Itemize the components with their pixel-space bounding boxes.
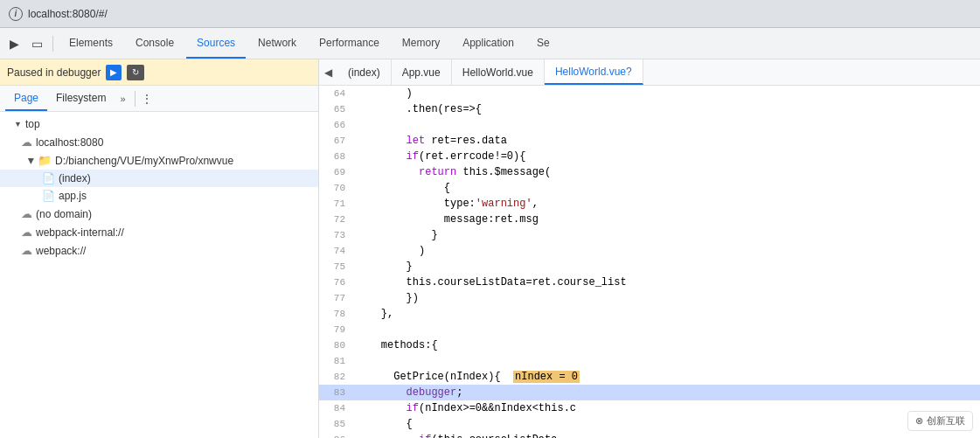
code-line-82: 82 GetPrice(nIndex){ nIndex = 0 — [319, 369, 980, 385]
toolbar-separator — [52, 36, 53, 52]
code-line-67: 67 let ret=res.data — [319, 133, 980, 149]
resume-button[interactable]: ▶ — [106, 65, 122, 80]
tree-item-label: localhost:8080 — [36, 136, 103, 149]
code-line-72: 72 message:ret.msg — [319, 212, 980, 227]
watermark-text: 创新互联 — [927, 414, 965, 428]
tree-item-index[interactable]: 📄 (index) — [0, 170, 318, 187]
tab-application[interactable]: Application — [452, 28, 525, 59]
tree-item-label: app.js — [59, 190, 87, 202]
code-line-85: 85 { — [319, 416, 980, 432]
code-line-64: 64 ) — [319, 86, 980, 101]
code-line-81: 81 — [319, 353, 980, 369]
tree-item-label: (index) — [59, 172, 91, 184]
sub-tab-filesystem[interactable]: Filesystem — [47, 86, 115, 111]
tree-item-label: (no domain) — [36, 208, 92, 220]
tree-item-nodomain[interactable]: ☁ (no domain) — [0, 205, 318, 223]
watermark: ⊗ 创新互联 — [907, 411, 973, 431]
code-line-80: 80 methods:{ — [319, 337, 980, 353]
code-line-79: 79 — [319, 322, 980, 337]
code-line-76: 76 this.courseListData=ret.course_list — [319, 275, 980, 290]
code-editor-area: ◀ (index) App.vue HelloWorld.vue HelloWo… — [319, 59, 980, 438]
sub-tab-menu-icon[interactable]: ⋮ — [139, 91, 155, 107]
tree-item-label: webpack-internal:// — [36, 226, 124, 239]
tab-performance[interactable]: Performance — [309, 28, 390, 59]
tree-item-top[interactable]: ▼ top — [0, 115, 318, 133]
tree-item-label: webpack:// — [36, 245, 86, 257]
tree-item-folder[interactable]: ▶ 📁 D:/biancheng/VUE/myXnwPro/xnwvue — [0, 151, 318, 170]
tree-item-webpack-internal[interactable]: ☁ webpack-internal:// — [0, 223, 318, 241]
file-tab-helloworld[interactable]: HelloWorld.vue — [452, 59, 545, 85]
tree-item-localhost[interactable]: ☁ localhost:8080 — [0, 133, 318, 151]
url-text: localhost:8080/#/ — [28, 8, 108, 20]
tree-item-appjs[interactable]: 📄 app.js — [0, 187, 318, 205]
file-tab-appvue[interactable]: App.vue — [392, 59, 452, 85]
tab-elements[interactable]: Elements — [59, 28, 123, 59]
devtools-panel: ▶ ▭ Elements Console Sources Network Per… — [0, 28, 980, 438]
tab-security[interactable]: Se — [526, 28, 560, 59]
code-line-65: 65 .then(res=>{ — [319, 101, 980, 117]
sub-tab-more-icon[interactable]: » — [115, 92, 130, 106]
file-icon: 📄 — [42, 172, 55, 184]
code-line-86: 86 if(this.courseListData. — [319, 432, 980, 438]
url-info: i localhost:8080/#/ — [9, 7, 108, 21]
code-line-69: 69 return this.$message( — [319, 164, 980, 180]
folder-icon: 📁 — [38, 154, 52, 167]
code-line-75: 75 } — [319, 259, 980, 275]
inspect-icon[interactable]: ▶ — [3, 33, 24, 54]
code-view[interactable]: 64 ) 65 .then(res=>{ 66 67 let ret=res.d… — [319, 86, 980, 438]
code-line-68: 68 if(ret.errcode!=0){ — [319, 149, 980, 164]
sub-tab-separator — [135, 91, 136, 107]
tab-network[interactable]: Network — [247, 28, 307, 59]
tab-memory[interactable]: Memory — [392, 28, 450, 59]
devtools-main: Paused in debugger ▶ ↻ Page Filesystem »… — [0, 59, 980, 438]
code-line-73: 73 } — [319, 227, 980, 243]
tree-item-label: top — [25, 118, 40, 130]
sub-tabs-container: Page Filesystem » — [0, 86, 131, 111]
code-line-70: 70 { — [319, 180, 980, 196]
paused-label: Paused in debugger — [7, 66, 101, 79]
info-icon: i — [9, 7, 23, 21]
tree-item-webpack[interactable]: ☁ webpack:// — [0, 241, 318, 260]
code-line-71: 71 type:'warning', — [319, 196, 980, 212]
devtools-tab-bar: ▶ ▭ Elements Console Sources Network Per… — [0, 28, 980, 59]
code-line-78: 78 }, — [319, 306, 980, 322]
code-line-66: 66 — [319, 117, 980, 133]
code-line-84: 84 if(nIndex>=0&&nIndex<this.c — [319, 400, 980, 416]
step-over-button[interactable]: ↻ — [127, 65, 144, 80]
cloud-icon: ☁ — [21, 136, 32, 149]
file-tab-index[interactable]: (index) — [337, 59, 392, 85]
tab-console[interactable]: Console — [125, 28, 184, 59]
js-file-icon: 📄 — [42, 190, 55, 202]
code-line-83: 83 debugger; — [319, 385, 980, 400]
file-tree: ▼ top ☁ localhost:8080 ▶ 📁 D:/biancheng/… — [0, 112, 318, 438]
file-tab-bar: ◀ (index) App.vue HelloWorld.vue HelloWo… — [319, 59, 980, 86]
device-icon[interactable]: ▭ — [26, 33, 47, 54]
cloud-icon-2: ☁ — [21, 207, 32, 220]
code-line-77: 77 }) — [319, 290, 980, 306]
triangle-icon: ▼ — [14, 120, 22, 129]
tab-sources[interactable]: Sources — [186, 28, 246, 59]
tree-item-label: D:/biancheng/VUE/myXnwPro/xnwvue — [55, 155, 233, 167]
browser-address-bar: i localhost:8080/#/ — [0, 0, 980, 28]
file-tab-helloworld-active[interactable]: HelloWorld.vue? — [545, 59, 643, 85]
file-tab-nav-left[interactable]: ◀ — [319, 65, 337, 80]
sub-tab-bar: Page Filesystem » ⋮ — [0, 86, 318, 112]
left-panel: Paused in debugger ▶ ↻ Page Filesystem »… — [0, 59, 319, 438]
sub-tab-page[interactable]: Page — [5, 86, 47, 111]
watermark-icon: ⊗ — [915, 415, 923, 427]
cloud-icon-4: ☁ — [21, 244, 32, 257]
folder-triangle-icon: ▶ — [27, 157, 36, 163]
cloud-icon-3: ☁ — [21, 226, 32, 239]
paused-debugger-bar: Paused in debugger ▶ ↻ — [0, 59, 318, 86]
code-line-74: 74 ) — [319, 243, 980, 259]
